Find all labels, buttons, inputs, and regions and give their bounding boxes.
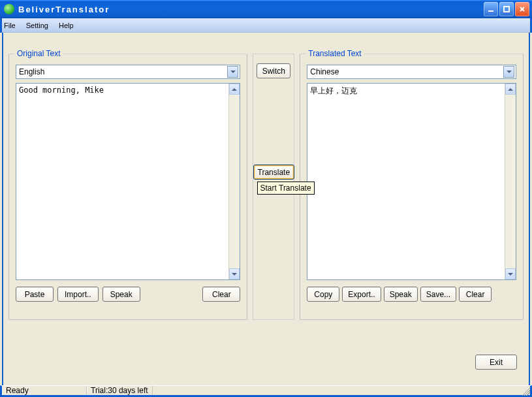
title-bar: BeliverTranslator <box>0 0 532 18</box>
scroll-track[interactable] <box>505 95 516 268</box>
chevron-down-icon[interactable] <box>503 66 514 78</box>
export-button[interactable]: Export.. <box>342 287 381 302</box>
window-controls <box>484 2 529 16</box>
minimize-button[interactable] <box>484 2 498 16</box>
svg-rect-0 <box>488 10 493 12</box>
menu-file[interactable]: File <box>4 22 16 29</box>
original-textarea[interactable]: Good morning, Mike <box>16 83 240 280</box>
original-language-combo[interactable]: English <box>16 65 240 79</box>
scroll-up-icon[interactable] <box>229 84 240 95</box>
speak-translated-button[interactable]: Speak <box>384 287 418 302</box>
status-ready: Ready <box>2 386 87 395</box>
translated-scrollbar[interactable] <box>505 84 516 279</box>
maximize-button[interactable] <box>499 2 514 16</box>
translate-button[interactable]: Translate <box>253 165 295 180</box>
app-icon <box>4 4 14 14</box>
original-language-value: English <box>19 67 227 76</box>
paste-button[interactable]: Paste <box>16 287 54 302</box>
translated-text-content: 早上好，迈克 <box>307 84 505 279</box>
switch-button[interactable]: Switch <box>257 63 290 78</box>
translated-buttons: Copy Export.. Speak Save... Clear <box>307 287 516 302</box>
original-text-content[interactable]: Good morning, Mike <box>16 84 228 279</box>
status-trial: Trial:30 days left <box>87 386 153 395</box>
svg-rect-1 <box>504 7 509 12</box>
speak-original-button[interactable]: Speak <box>102 287 140 302</box>
translated-language-combo[interactable]: Chinese <box>307 65 516 79</box>
save-button[interactable]: Save... <box>420 287 456 302</box>
scroll-down-icon[interactable] <box>505 268 516 279</box>
menu-help[interactable]: Help <box>59 22 74 29</box>
close-button[interactable] <box>515 2 529 16</box>
window-title: BeliverTranslator <box>18 5 484 14</box>
exit-button[interactable]: Exit <box>475 355 517 370</box>
original-buttons: Paste Import.. Speak Clear <box>16 287 240 302</box>
client-area: Original Text English Good morning, Mike… <box>2 33 530 385</box>
original-legend: Original Text <box>14 49 63 58</box>
translated-language-value: Chinese <box>310 67 503 76</box>
translated-text-panel: Translated Text Chinese 早上好，迈克 Copy Expo… <box>300 54 524 320</box>
translate-tooltip: Start Translate <box>257 182 315 195</box>
clear-translated-button[interactable]: Clear <box>459 287 492 302</box>
scroll-up-icon[interactable] <box>505 84 516 95</box>
scroll-track[interactable] <box>229 95 240 268</box>
scroll-down-icon[interactable] <box>229 268 240 279</box>
middle-column: Switch Translate Start Translate <box>253 54 294 320</box>
chevron-down-icon[interactable] <box>227 66 238 78</box>
menu-bar: File Setting Help <box>0 18 532 33</box>
exit-row: Exit <box>475 355 517 370</box>
status-bar: Ready Trial:30 days left <box>0 385 532 397</box>
resize-grip-icon[interactable] <box>520 385 530 396</box>
menu-setting[interactable]: Setting <box>26 22 48 29</box>
translated-legend: Translated Text <box>305 49 364 58</box>
original-text-panel: Original Text English Good morning, Mike… <box>8 54 247 320</box>
translated-textarea[interactable]: 早上好，迈克 <box>307 83 516 280</box>
copy-button[interactable]: Copy <box>307 287 339 302</box>
original-scrollbar[interactable] <box>228 84 240 279</box>
import-button[interactable]: Import.. <box>57 287 99 302</box>
clear-original-button[interactable]: Clear <box>202 287 240 302</box>
